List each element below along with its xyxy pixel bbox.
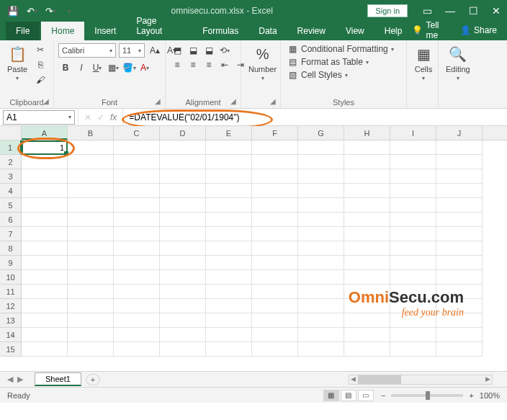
cell[interactable] [160, 155, 206, 169]
cell[interactable] [390, 270, 436, 285]
cell[interactable] [68, 213, 114, 227]
cell[interactable] [436, 184, 483, 198]
cell[interactable] [160, 169, 206, 184]
cell[interactable] [390, 169, 436, 184]
cell[interactable] [344, 140, 390, 155]
cell[interactable] [68, 227, 114, 241]
sheet-tab-sheet1[interactable]: Sheet1 [35, 372, 81, 386]
cell[interactable] [298, 227, 344, 241]
cut-icon[interactable]: ✂ [33, 43, 48, 56]
cell[interactable] [22, 169, 68, 184]
format-table-button[interactable]: ▤Format as Table▾ [285, 56, 395, 68]
cell[interactable] [206, 299, 252, 313]
cell[interactable] [114, 270, 160, 285]
row-header[interactable]: 9 [0, 256, 22, 270]
cell[interactable] [252, 285, 298, 299]
cell[interactable] [298, 140, 344, 155]
col-header[interactable]: J [436, 126, 483, 140]
tab-file[interactable]: File [6, 22, 40, 40]
cell[interactable] [344, 342, 390, 357]
cell[interactable] [114, 155, 160, 169]
tab-help[interactable]: Help [374, 22, 413, 40]
view-page-layout-icon[interactable]: ▤ [341, 390, 356, 401]
cell[interactable] [22, 270, 68, 285]
row-header[interactable]: 2 [0, 155, 22, 169]
cell[interactable] [344, 213, 390, 227]
underline-button[interactable]: U▾ [90, 61, 104, 75]
undo-icon[interactable]: ↶▾ [24, 4, 39, 18]
cell[interactable] [160, 241, 206, 256]
cell[interactable] [160, 342, 206, 357]
cell[interactable] [206, 328, 252, 342]
cell[interactable] [436, 169, 483, 184]
cell[interactable] [68, 299, 114, 313]
row-header[interactable]: 12 [0, 299, 22, 313]
cell-styles-button[interactable]: ▧Cell Styles▾ [285, 69, 395, 81]
cell[interactable] [68, 198, 114, 213]
cell[interactable] [160, 213, 206, 227]
cell[interactable] [22, 299, 68, 313]
tab-home[interactable]: Home [41, 22, 84, 40]
cell[interactable] [114, 256, 160, 270]
cell[interactable] [114, 227, 160, 241]
cell[interactable] [298, 285, 344, 299]
cell[interactable] [436, 213, 483, 227]
enter-formula-icon[interactable]: ✓ [97, 112, 104, 122]
align-top-icon[interactable]: ⬒ [170, 43, 184, 58]
font-launcher-icon[interactable]: ◢ [155, 97, 161, 105]
fill-color-button[interactable]: 🪣▾ [122, 61, 136, 75]
spreadsheet-grid[interactable]: A B C D E F G H I J 1 2 3 4 5 6 7 8 9 10… [0, 126, 507, 371]
minimize-icon[interactable]: — [445, 6, 455, 16]
cell[interactable] [114, 241, 160, 256]
tab-data[interactable]: Data [248, 22, 287, 40]
cell[interactable] [252, 270, 298, 285]
cell[interactable] [436, 155, 483, 169]
format-painter-icon[interactable]: 🖌 [33, 73, 48, 86]
cell[interactable] [252, 155, 298, 169]
row-header[interactable]: 3 [0, 169, 22, 184]
bold-button[interactable]: B [58, 61, 73, 75]
cell[interactable] [160, 299, 206, 313]
number-launcher-icon[interactable]: ◢ [270, 97, 276, 105]
cell[interactable] [22, 328, 68, 342]
cell[interactable] [114, 140, 160, 155]
cell[interactable] [436, 227, 483, 241]
cell[interactable] [344, 270, 390, 285]
ribbon-options-icon[interactable]: ▭ [422, 6, 432, 16]
cell[interactable] [390, 256, 436, 270]
align-center-icon[interactable]: ≡ [186, 58, 200, 72]
paste-button[interactable]: 📋 Paste ▾ [4, 43, 30, 83]
cell[interactable] [114, 299, 160, 313]
row-header[interactable]: 4 [0, 184, 22, 198]
cell[interactable] [22, 285, 68, 299]
cell[interactable] [344, 241, 390, 256]
scroll-right-icon[interactable]: ▶ [485, 375, 490, 383]
redo-icon[interactable]: ↷▾ [43, 4, 58, 18]
cell[interactable] [298, 169, 344, 184]
tab-review[interactable]: Review [287, 22, 336, 40]
cell[interactable] [206, 198, 252, 213]
number-format-button[interactable]: % Number ▾ [246, 43, 279, 83]
scroll-thumb[interactable] [358, 375, 401, 384]
zoom-value[interactable]: 100% [480, 391, 500, 400]
cell[interactable] [206, 213, 252, 227]
increase-font-icon[interactable]: A▴ [148, 43, 162, 58]
cell[interactable] [160, 328, 206, 342]
row-header[interactable]: 1 [0, 140, 22, 155]
cell[interactable] [114, 169, 160, 184]
conditional-formatting-button[interactable]: ▦Conditional Formatting▾ [285, 43, 395, 55]
cell[interactable] [206, 184, 252, 198]
zoom-slider[interactable] [391, 394, 463, 397]
cell[interactable] [68, 328, 114, 342]
cell[interactable] [114, 198, 160, 213]
col-header[interactable]: C [114, 126, 160, 140]
sign-in-button[interactable]: Sign in [367, 4, 408, 17]
col-header[interactable]: B [68, 126, 114, 140]
cell[interactable] [390, 198, 436, 213]
col-header[interactable]: E [206, 126, 252, 140]
cell[interactable] [68, 140, 114, 155]
cell[interactable] [298, 328, 344, 342]
zoom-in-icon[interactable]: + [469, 391, 473, 400]
cell[interactable] [436, 270, 483, 285]
cells-button[interactable]: ▦ Cells ▾ [411, 43, 436, 83]
